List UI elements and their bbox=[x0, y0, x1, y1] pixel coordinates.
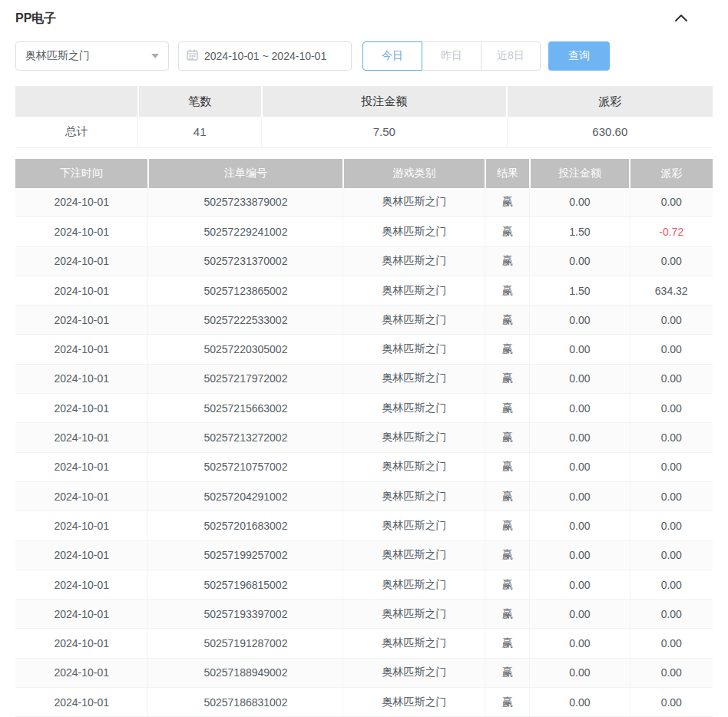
summary-header-payout: 派彩 bbox=[507, 86, 713, 117]
cell-game-category: 奥林匹斯之门 bbox=[343, 246, 485, 276]
cell-ticket-number: 50257199257002 bbox=[148, 540, 343, 570]
cell-payout: 0.00 bbox=[630, 188, 713, 217]
records-header-payout: 派彩 bbox=[630, 159, 713, 188]
cell-ticket-number: 50257217972002 bbox=[148, 364, 343, 393]
cell-ticket-number: 50257186831002 bbox=[148, 688, 343, 717]
cell-game-category: 奥林匹斯之门 bbox=[343, 511, 485, 540]
records-header-ticket-number: 注单编号 bbox=[148, 159, 343, 188]
cell-bet-time: 2024-10-01 bbox=[15, 658, 148, 687]
cell-payout: 0.00 bbox=[630, 688, 713, 717]
cell-bet-time: 2024-10-01 bbox=[15, 364, 148, 393]
cell-result: 赢 bbox=[485, 276, 530, 305]
cell-bet-amount: 0.00 bbox=[530, 306, 630, 335]
cell-ticket-number: 50257231370002 bbox=[148, 246, 343, 276]
cell-ticket-number: 50257123865002 bbox=[148, 276, 343, 305]
summary-header-row: 笔数 投注金额 派彩 bbox=[15, 86, 713, 117]
collapse-button[interactable] bbox=[670, 10, 693, 28]
cell-payout: 0.00 bbox=[630, 452, 713, 481]
cell-payout: 0.00 bbox=[630, 335, 713, 364]
table-row: 2024-10-01 50257213272002 奥林匹斯之门 赢 0.00 … bbox=[15, 423, 713, 452]
table-row: 2024-10-01 50257229241002 奥林匹斯之门 赢 1.50 … bbox=[15, 217, 713, 246]
game-select[interactable]: 奥林匹斯之门 bbox=[15, 41, 169, 71]
panel-header: PP电子 bbox=[15, 0, 713, 28]
table-row: 2024-10-01 50257210757002 奥林匹斯之门 赢 0.00 … bbox=[15, 452, 713, 481]
game-select-value: 奥林匹斯之门 bbox=[25, 49, 90, 63]
table-row: 2024-10-01 50257191287002 奥林匹斯之门 赢 0.00 … bbox=[15, 629, 713, 658]
cell-bet-time: 2024-10-01 bbox=[15, 481, 148, 510]
cell-result: 赢 bbox=[485, 217, 530, 246]
cell-bet-time: 2024-10-01 bbox=[15, 217, 148, 246]
cell-ticket-number: 50257201683002 bbox=[148, 511, 343, 540]
summary-total-bet-amount: 7.50 bbox=[262, 117, 508, 147]
cell-result: 赢 bbox=[485, 394, 530, 423]
cell-payout: 0.00 bbox=[630, 306, 713, 335]
table-row: 2024-10-01 50257222533002 奥林匹斯之门 赢 0.00 … bbox=[15, 306, 713, 335]
table-row: 2024-10-01 50257217972002 奥林匹斯之门 赢 0.00 … bbox=[15, 364, 713, 393]
cell-bet-amount: 0.00 bbox=[530, 246, 630, 276]
cell-bet-time: 2024-10-01 bbox=[15, 394, 148, 423]
cell-ticket-number: 50257213272002 bbox=[148, 423, 343, 452]
summary-total-label: 总计 bbox=[15, 117, 138, 147]
cell-game-category: 奥林匹斯之门 bbox=[343, 394, 485, 423]
cell-bet-time: 2024-10-01 bbox=[15, 452, 148, 481]
cell-result: 赢 bbox=[485, 188, 530, 217]
cell-payout: 0.00 bbox=[630, 511, 713, 540]
cell-game-category: 奥林匹斯之门 bbox=[343, 452, 485, 481]
today-button[interactable]: 今日 bbox=[362, 41, 422, 71]
cell-bet-amount: 0.00 bbox=[530, 600, 630, 629]
cell-game-category: 奥林匹斯之门 bbox=[343, 600, 485, 629]
cell-result: 赢 bbox=[485, 481, 530, 510]
records-header-row: 下注时间 注单编号 游戏类别 结果 投注金额 派彩 bbox=[15, 159, 713, 188]
summary-header-count: 笔数 bbox=[138, 86, 262, 117]
cell-game-category: 奥林匹斯之门 bbox=[343, 540, 485, 570]
cell-result: 赢 bbox=[485, 246, 530, 276]
cell-bet-time: 2024-10-01 bbox=[15, 688, 148, 717]
cell-bet-time: 2024-10-01 bbox=[15, 246, 148, 276]
cell-bet-time: 2024-10-01 bbox=[15, 335, 148, 364]
cell-payout: 634.32 bbox=[630, 276, 713, 305]
cell-game-category: 奥林匹斯之门 bbox=[343, 306, 485, 335]
date-range-value: 2024-10-01 ~ 2024-10-01 bbox=[204, 50, 326, 62]
cell-payout: 0.00 bbox=[630, 570, 713, 599]
cell-bet-time: 2024-10-01 bbox=[15, 306, 148, 335]
search-button[interactable]: 查询 bbox=[548, 41, 610, 71]
cell-bet-amount: 0.00 bbox=[530, 481, 630, 510]
cell-ticket-number: 50257210757002 bbox=[148, 452, 343, 481]
cell-game-category: 奥林匹斯之门 bbox=[343, 658, 485, 687]
cell-bet-amount: 0.00 bbox=[530, 511, 630, 540]
table-row: 2024-10-01 50257193397002 奥林匹斯之门 赢 0.00 … bbox=[15, 600, 713, 629]
cell-game-category: 奥林匹斯之门 bbox=[343, 570, 485, 599]
cell-result: 赢 bbox=[485, 570, 530, 599]
cell-bet-amount: 0.00 bbox=[530, 658, 630, 687]
summary-header-blank bbox=[15, 86, 138, 117]
cell-bet-amount: 1.50 bbox=[530, 276, 630, 305]
cell-result: 赢 bbox=[485, 452, 530, 481]
page-title: PP电子 bbox=[15, 11, 56, 27]
table-row: 2024-10-01 50257196815002 奥林匹斯之门 赢 0.00 … bbox=[15, 570, 713, 599]
cell-result: 赢 bbox=[485, 600, 530, 629]
last-8-days-button[interactable]: 近8日 bbox=[481, 41, 541, 71]
cell-game-category: 奥林匹斯之门 bbox=[343, 276, 485, 305]
cell-game-category: 奥林匹斯之门 bbox=[343, 688, 485, 717]
cell-ticket-number: 50257196815002 bbox=[148, 570, 343, 599]
summary-total-payout: 630.60 bbox=[507, 117, 713, 147]
cell-bet-amount: 0.00 bbox=[530, 629, 630, 658]
cell-payout: 0.00 bbox=[630, 658, 713, 687]
cell-game-category: 奥林匹斯之门 bbox=[343, 364, 485, 393]
cell-game-category: 奥林匹斯之门 bbox=[343, 188, 485, 217]
cell-game-category: 奥林匹斯之门 bbox=[343, 481, 485, 510]
cell-bet-time: 2024-10-01 bbox=[15, 600, 148, 629]
chevron-up-icon bbox=[674, 13, 688, 25]
cell-result: 赢 bbox=[485, 423, 530, 452]
table-row: 2024-10-01 50257233879002 奥林匹斯之门 赢 0.00 … bbox=[15, 188, 713, 217]
cell-result: 赢 bbox=[485, 540, 530, 570]
cell-ticket-number: 50257188949002 bbox=[148, 658, 343, 687]
cell-bet-time: 2024-10-01 bbox=[15, 511, 148, 540]
cell-bet-amount: 0.00 bbox=[530, 335, 630, 364]
cell-game-category: 奥林匹斯之门 bbox=[343, 629, 485, 658]
date-range-picker[interactable]: 2024-10-01 ~ 2024-10-01 bbox=[178, 41, 352, 71]
cell-bet-time: 2024-10-01 bbox=[15, 423, 148, 452]
table-row: 2024-10-01 50257231370002 奥林匹斯之门 赢 0.00 … bbox=[15, 246, 713, 276]
cell-payout: 0.00 bbox=[630, 394, 713, 423]
yesterday-button[interactable]: 昨日 bbox=[422, 41, 481, 71]
